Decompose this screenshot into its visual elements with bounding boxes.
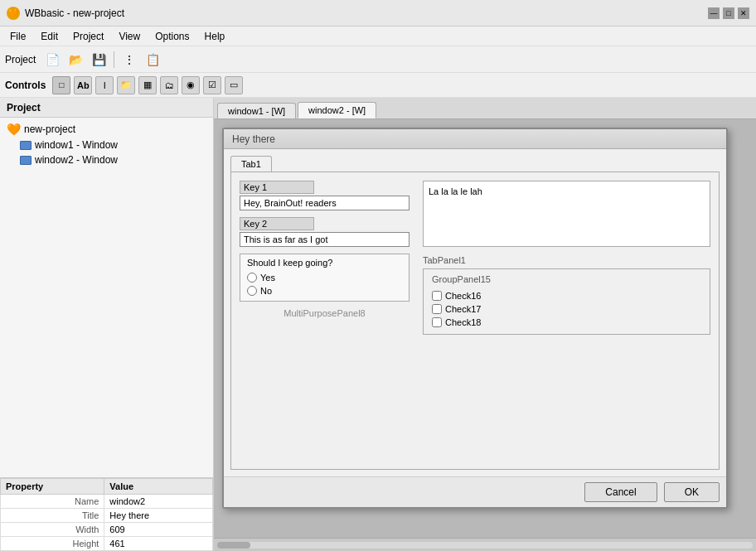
close-button[interactable]: ✕ [738,7,749,19]
app-icon: 🧡 [7,7,20,20]
check-item-17: Check17 [432,302,701,316]
prop-table: Property Value Name window2 Title Hey th… [0,478,213,551]
multi-purpose-label: MultiPurposePanel8 [240,308,410,318]
dialog-right-col: La la la le lah TabPanel1 GroupPanel15 C… [423,181,710,461]
ctrl-btn-cursor[interactable]: I [95,76,114,94]
toolbar-open-btn[interactable]: 📂 [65,50,85,70]
ctrl-btn-radio[interactable]: ◉ [182,76,200,94]
radio-group-title: Should I keep going? [247,258,402,268]
minimize-button[interactable]: — [708,7,720,19]
radio-group-panel: Should I keep going? Yes No [240,254,410,302]
dialog-title: Hey there [224,129,726,149]
project-header: Project [0,98,213,118]
tree-root[interactable]: 🧡 new-project [3,121,210,138]
prop-col-value: Value [104,479,213,495]
prop-height-label: Height [1,537,104,551]
dialog-body: Tab1 Key 1 Ke [224,149,726,476]
canvas-area: Hey there Tab1 Key 1 [214,119,756,538]
check-item-18: Check18 [432,316,701,329]
radio-item-no: No [247,284,402,297]
radio-item-yes: Yes [247,271,402,284]
checkbox-17[interactable] [432,304,442,314]
check-label-16: Check16 [445,291,481,301]
toolbar: Project 📄 📂 💾 ⋮ 📋 [0,46,756,73]
field-group-2: Key 2 [240,217,410,247]
tab-window2[interactable]: window2 - [W] [298,102,376,118]
ctrl-btn-ab[interactable]: Ab [74,76,92,94]
window-icon-2 [20,156,32,165]
prop-title-label: Title [1,509,104,523]
window-icon-1 [20,141,32,150]
checkbox-16[interactable] [432,291,442,301]
prop-name-value: window2 [104,495,213,509]
menu-bar: File Edit Project View Options Help [0,27,756,46]
title-bar-left: 🧡 WBbasic - new-project [7,7,124,20]
prop-width-label: Width [1,523,104,537]
menu-options[interactable]: Options [148,29,196,44]
menu-edit[interactable]: Edit [34,29,65,44]
properties-panel: Property Value Name window2 Title Hey th… [0,477,213,551]
ctrl-btn-grid[interactable]: ▦ [138,76,157,94]
prop-row-width: Width 609 [1,523,213,537]
check-label-17: Check17 [445,304,481,314]
prop-row-name: Name window2 [1,495,213,509]
tabs-bar: window1 - [W] window2 - [W] [214,98,756,119]
tab-window1[interactable]: window1 - [W] [217,103,296,118]
text-display: La la la le lah [423,181,710,247]
editor-area: window1 - [W] window2 - [W] Hey there Ta… [214,98,756,551]
bottom-scrollbar [214,538,756,551]
prop-height-value: 461 [104,537,213,551]
tree-window2[interactable]: window2 - Window [17,152,210,167]
controls-bar: Controls □ Ab I 📁 ▦ 🗂 ◉ ☑ ▭ [0,73,756,98]
menu-help[interactable]: Help [198,29,232,44]
tree-window1[interactable]: window1 - Window [17,138,210,152]
ctrl-btn-file[interactable]: 🗂 [160,76,178,94]
toolbar-project-label: Project [5,54,36,65]
field-input-1[interactable] [240,196,410,210]
tree-window1-label: window1 - Window [35,139,118,151]
toolbar-sep1 [114,51,114,68]
group-panel-title: GroupPanel15 [432,274,701,284]
toolbar-save-btn[interactable]: 💾 [89,50,109,70]
radio-yes-input[interactable] [247,273,257,283]
checkbox-18[interactable] [432,317,442,327]
tree-area: 🧡 new-project window1 - Window window2 -… [0,118,213,477]
controls-label: Controls [5,80,46,91]
maximize-button[interactable]: □ [723,7,734,19]
tab-panel-label: TabPanel1 [423,255,710,265]
window-controls: — □ ✕ [708,7,749,19]
inner-tab-1[interactable]: Tab1 [230,156,272,172]
scroll-thumb[interactable] [217,542,250,549]
tab-content: Key 1 Key 2 Should I keep going? [230,172,720,470]
toolbar-run-btn[interactable]: 📋 [143,50,162,70]
main-content: Project 🧡 new-project window1 - Window w… [0,98,756,551]
field-group-1: Key 1 [240,181,410,210]
scroll-track[interactable] [217,542,753,549]
ctrl-btn-1[interactable]: □ [52,76,70,94]
ctrl-btn-check[interactable]: ☑ [203,76,221,94]
menu-project[interactable]: Project [66,29,110,44]
prop-row-height: Height 461 [1,537,213,551]
field-input-2[interactable] [240,232,410,247]
toolbar-extra-btn[interactable]: ⋮ [119,50,139,70]
tree-window2-label: window2 - Window [35,154,118,166]
ctrl-btn-folder[interactable]: 📁 [117,76,135,94]
cancel-button[interactable]: Cancel [584,482,657,502]
ok-button[interactable]: OK [664,482,720,502]
ctrl-btn-rect[interactable]: ▭ [225,76,243,94]
toolbar-new-btn[interactable]: 📄 [42,50,62,70]
project-icon: 🧡 [7,123,21,136]
menu-view[interactable]: View [112,29,147,44]
tree-root-label: new-project [24,123,75,135]
check-label-18: Check18 [445,317,481,327]
app-title: WBbasic - new-project [25,7,124,19]
check-item-16: Check16 [432,289,701,302]
title-bar: 🧡 WBbasic - new-project — □ ✕ [0,0,756,27]
prop-title-value: Hey there [104,509,213,523]
prop-row-title: Title Hey there [1,509,213,523]
prop-col-property: Property [1,479,104,495]
prop-name-label: Name [1,495,104,509]
radio-no-label: No [260,286,272,296]
radio-no-input[interactable] [247,286,257,296]
menu-file[interactable]: File [3,29,32,44]
